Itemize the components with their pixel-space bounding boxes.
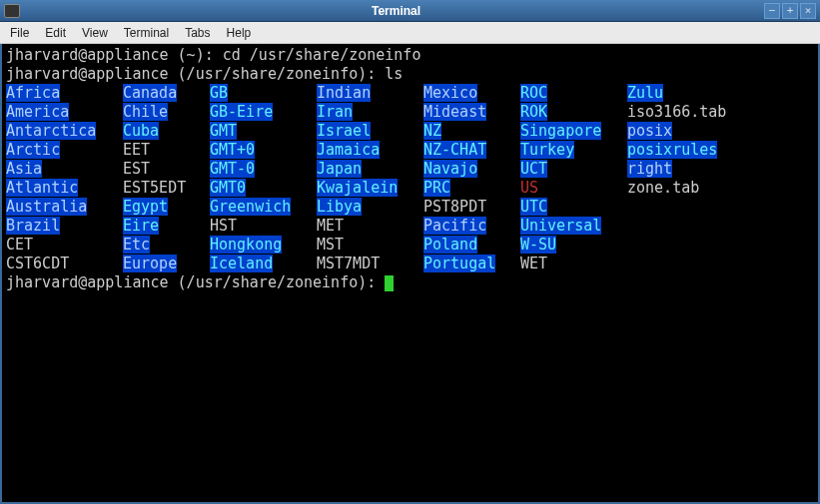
file-entry: Poland <box>423 236 477 253</box>
file-entry: UTC <box>520 198 547 216</box>
file-entry: ROC <box>520 84 547 102</box>
listing-cell: UTC <box>520 198 627 217</box>
file-entry: Brazil <box>6 217 60 235</box>
file-entry: MST <box>317 236 344 253</box>
file-entry: Canada <box>123 84 177 102</box>
title-bar: Terminal − + × <box>0 0 820 22</box>
file-entry: Universal <box>520 217 601 235</box>
listing-row: AtlanticEST5EDTGMT0KwajaleinPRCUSzone.ta… <box>6 179 814 198</box>
file-entry: Turkey <box>520 141 574 159</box>
menu-tabs[interactable]: Tabs <box>177 24 218 42</box>
listing-cell: posixrules <box>627 141 747 160</box>
listing-cell: Chile <box>123 103 210 122</box>
file-entry: Chile <box>123 103 168 121</box>
listing-cell: posix <box>627 122 747 141</box>
listing-cell: Arctic <box>6 141 123 160</box>
prompt-line-2: jharvard@appliance (/usr/share/zoneinfo)… <box>6 65 814 84</box>
listing-row: BrazilEireHSTMETPacificUniversal <box>6 217 814 236</box>
file-entry: Hongkong <box>210 236 282 253</box>
file-entry: iso3166.tab <box>627 103 726 121</box>
file-entry: Arctic <box>6 141 60 159</box>
file-entry: Iran <box>317 103 353 121</box>
listing-cell: Egypt <box>123 198 210 217</box>
file-entry: MET <box>317 217 344 235</box>
listing-cell: right <box>627 160 747 179</box>
file-entry: EST <box>123 160 150 178</box>
file-entry: GMT0 <box>210 179 246 197</box>
listing-cell: Jamaica <box>317 141 423 160</box>
listing-cell: PST8PDT <box>423 198 520 217</box>
file-entry: Portugal <box>423 254 495 272</box>
maximize-button[interactable]: + <box>782 3 798 19</box>
listing-cell: Zulu <box>627 84 747 103</box>
menu-view[interactable]: View <box>74 24 116 42</box>
file-entry: Mexico <box>423 84 477 102</box>
menu-terminal[interactable]: Terminal <box>116 24 177 42</box>
listing-cell: ROC <box>520 84 627 103</box>
terminal-area[interactable]: jharvard@appliance (~): cd /usr/share/zo… <box>0 44 820 504</box>
file-entry: Singapore <box>520 122 601 140</box>
listing-cell: Navajo <box>423 160 520 179</box>
listing-cell: GMT-0 <box>210 160 317 179</box>
listing-cell: Libya <box>317 198 423 217</box>
listing-cell: Africa <box>6 84 123 103</box>
listing-cell: MST <box>317 236 423 254</box>
file-entry: ROK <box>520 103 547 121</box>
listing-cell: Universal <box>520 217 627 236</box>
listing-cell: GB-Eire <box>210 103 317 122</box>
command-text: ls <box>385 65 403 83</box>
file-entry: PST8PDT <box>423 198 486 216</box>
listing-cell: CST6CDT <box>6 254 123 273</box>
file-entry: WET <box>520 254 547 272</box>
listing-cell: Indian <box>317 84 423 103</box>
file-entry: CET <box>6 236 33 253</box>
file-entry: UCT <box>520 160 547 178</box>
listing-cell: GMT <box>210 122 317 141</box>
file-entry: Atlantic <box>6 179 78 197</box>
file-entry: Navajo <box>423 160 477 178</box>
ls-output: AfricaCanadaGBIndianMexicoROCZuluAmerica… <box>6 84 814 273</box>
listing-cell: W-SU <box>520 236 627 254</box>
file-entry: Pacific <box>423 217 486 235</box>
listing-row: AntarcticaCubaGMTIsraelNZSingaporeposix <box>6 122 814 141</box>
listing-cell: Japan <box>317 160 423 179</box>
listing-cell: America <box>6 103 123 122</box>
listing-cell: NZ-CHAT <box>423 141 520 160</box>
listing-cell: Cuba <box>123 122 210 141</box>
listing-cell: Israel <box>317 122 423 141</box>
listing-cell: iso3166.tab <box>627 103 747 122</box>
minimize-button[interactable]: − <box>764 3 780 19</box>
listing-cell: Europe <box>123 254 210 273</box>
listing-cell: Brazil <box>6 217 123 236</box>
menu-file[interactable]: File <box>2 24 37 42</box>
prompt-text: jharvard@appliance (~): <box>6 46 223 64</box>
listing-cell: Atlantic <box>6 179 123 198</box>
menu-edit[interactable]: Edit <box>37 24 74 42</box>
listing-cell: Australia <box>6 198 123 217</box>
command-text: cd /usr/share/zoneinfo <box>223 46 421 64</box>
file-entry: EET <box>123 141 150 159</box>
file-entry: Greenwich <box>210 198 291 216</box>
file-entry: PRC <box>423 179 450 197</box>
file-entry: Mideast <box>423 103 486 121</box>
file-entry: CST6CDT <box>6 254 69 272</box>
listing-cell: Mideast <box>423 103 520 122</box>
close-button[interactable]: × <box>800 3 816 19</box>
file-entry: NZ <box>423 122 441 140</box>
listing-cell: WET <box>520 254 627 273</box>
prompt-text: jharvard@appliance (/usr/share/zoneinfo)… <box>6 273 385 291</box>
file-entry: GMT-0 <box>210 160 255 178</box>
listing-row: ArcticEETGMT+0JamaicaNZ-CHATTurkeyposixr… <box>6 141 814 160</box>
listing-row: AfricaCanadaGBIndianMexicoROCZulu <box>6 84 814 103</box>
file-entry: Kwajalein <box>317 179 398 197</box>
listing-cell: Iran <box>317 103 423 122</box>
menu-help[interactable]: Help <box>219 24 260 42</box>
listing-cell: HST <box>210 217 317 236</box>
listing-cell: MST7MDT <box>317 254 423 273</box>
listing-cell: Asia <box>6 160 123 179</box>
file-entry: GB <box>210 84 228 102</box>
listing-row: AmericaChileGB-EireIranMideastROKiso3166… <box>6 103 814 122</box>
listing-cell: Canada <box>123 84 210 103</box>
listing-cell: EST <box>123 160 210 179</box>
cursor <box>385 275 394 291</box>
